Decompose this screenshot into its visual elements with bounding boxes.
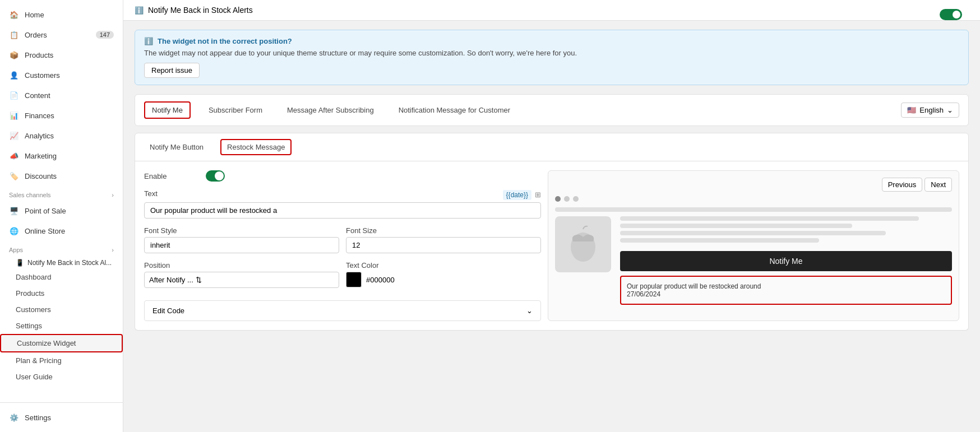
enable-label: Enable: [144, 172, 206, 180]
product-line-4: [620, 238, 819, 243]
analytics-icon: 📈: [9, 131, 19, 141]
page-title: Notify Me Back in Stock Alerts: [148, 6, 253, 15]
sidebar-sub-settings[interactable]: Settings: [0, 318, 123, 334]
copy-icon[interactable]: ⊞: [535, 191, 541, 199]
sales-channels-chevron[interactable]: ›: [112, 192, 114, 198]
app-title[interactable]: 📱 Notify Me Back in Stock Al...: [0, 256, 123, 269]
product-image: [555, 216, 611, 272]
position-select[interactable]: After Notify ... ⇅: [144, 272, 339, 288]
dot-3: [573, 196, 579, 202]
alert-banner-text: The widget may not appear due to your un…: [144, 49, 959, 57]
text-input[interactable]: [144, 202, 541, 219]
sidebar-item-home[interactable]: 🏠 Home: [0, 4, 123, 25]
color-swatch[interactable]: [346, 272, 362, 287]
app-icon: 📱: [16, 259, 24, 267]
sidebar-item-analytics[interactable]: 📈 Analytics: [0, 126, 123, 146]
sidebar-item-pos[interactable]: 🖥️ Point of Sale: [0, 201, 123, 221]
marketing-icon: 📣: [9, 151, 19, 161]
sub-tab-bar: Notify Me Button Restock Message: [135, 133, 969, 161]
font-row: Font Style Font Size: [144, 226, 541, 261]
edit-code-row[interactable]: Edit Code ⌄: [144, 300, 541, 321]
notify-me-preview-button[interactable]: Notify Me: [620, 251, 952, 271]
sidebar-item-products[interactable]: 📦 Products: [0, 45, 123, 65]
preview-panel: Previous Next: [548, 170, 959, 321]
date-variable-tag: {{date}}: [503, 190, 531, 200]
tab-subscriber-form[interactable]: Subscriber Form: [202, 103, 269, 118]
form-panel: Enable Text {{date}} ⊞: [144, 170, 541, 321]
position-group: Position After Notify ... ⇅: [144, 261, 339, 288]
sidebar-sub-plan-pricing[interactable]: Plan & Pricing: [0, 352, 123, 369]
sidebar-sub-customize-widget[interactable]: Customize Widget: [0, 334, 123, 352]
apps-section: Apps ›: [0, 241, 123, 256]
sidebar-item-orders[interactable]: 📋 Orders 147: [0, 25, 123, 45]
tab-message-after[interactable]: Message After Subscribing: [280, 103, 381, 118]
previous-button[interactable]: Previous: [882, 178, 923, 192]
font-style-label: Font Style: [144, 226, 339, 235]
finances-icon: 📊: [9, 110, 19, 120]
top-bar: ℹ️ Notify Me Back in Stock Alerts: [123, 0, 980, 21]
position-color-row: Position After Notify ... ⇅ Text Color #…: [144, 261, 541, 296]
sidebar-sub-products[interactable]: Products: [0, 285, 123, 301]
orders-icon: 📋: [9, 30, 19, 40]
discounts-icon: 🏷️: [9, 171, 19, 181]
preview-nav: Previous Next: [555, 178, 952, 192]
text-color-label: Text Color: [346, 261, 541, 270]
preview-line-1: [555, 207, 952, 212]
font-size-label: Font Size: [346, 226, 541, 235]
sidebar-sub-user-guide[interactable]: User Guide: [0, 369, 123, 385]
customers-icon: 👤: [9, 70, 19, 80]
sidebar-item-marketing[interactable]: 📣 Marketing: [0, 146, 123, 166]
sidebar: 🏠 Home 📋 Orders 147 📦 Products 👤 Custome…: [0, 0, 123, 432]
dot-2: [564, 196, 570, 202]
enable-row: Enable: [144, 170, 541, 182]
tab-notification-message[interactable]: Notification Message for Customer: [392, 103, 517, 118]
pos-icon: 🖥️: [9, 206, 19, 216]
content-icon: 📄: [9, 90, 19, 100]
product-info: Notify Me Our popular product will be re…: [620, 216, 952, 305]
flag-icon: 🇺🇸: [907, 106, 916, 114]
settings-bottom-icon: ⚙️: [9, 412, 19, 422]
sidebar-item-settings-bottom[interactable]: ⚙️ Settings: [0, 407, 123, 428]
alert-info-icon: ℹ️: [144, 37, 153, 45]
two-panel: Enable Text {{date}} ⊞: [135, 161, 969, 331]
language-selector[interactable]: 🇺🇸 English ⌄: [901, 103, 959, 118]
edit-code-label: Edit Code: [152, 306, 184, 315]
product-line-3: [620, 231, 886, 235]
home-icon: 🏠: [9, 10, 19, 20]
alert-banner: ℹ️ The widget not in the correct positio…: [135, 30, 969, 85]
next-button[interactable]: Next: [924, 178, 952, 192]
product-line-2: [620, 224, 852, 228]
product-line-1: [620, 216, 919, 221]
position-chevron: ⇅: [196, 276, 202, 284]
topbar-icon: ℹ️: [135, 6, 144, 15]
font-size-input[interactable]: [346, 237, 541, 253]
text-label: Text: [144, 189, 158, 198]
sidebar-item-online-store[interactable]: 🌐 Online Store: [0, 221, 123, 241]
preview-product: Notify Me Our popular product will be re…: [555, 216, 952, 305]
enable-toggle[interactable]: [206, 170, 225, 182]
tab-notify-me[interactable]: Notify Me: [144, 101, 191, 119]
sub-tab-notify-me-button[interactable]: Notify Me Button: [144, 140, 209, 154]
orders-badge: 147: [96, 31, 114, 39]
edit-code-chevron: ⌄: [526, 306, 533, 315]
preview-dots: [555, 196, 952, 202]
sidebar-sub-dashboard[interactable]: Dashboard: [0, 269, 123, 285]
apps-chevron[interactable]: ›: [112, 247, 114, 253]
font-style-group: Font Style: [144, 226, 339, 253]
alert-banner-title: ℹ️ The widget not in the correct positio…: [144, 37, 959, 45]
sales-channels-section: Sales channels ›: [0, 186, 123, 201]
font-style-input[interactable]: [144, 237, 339, 253]
sidebar-item-customers[interactable]: 👤 Customers: [0, 65, 123, 85]
product-lines: [620, 216, 952, 243]
products-icon: 📦: [9, 50, 19, 60]
report-issue-button[interactable]: Report issue: [144, 63, 200, 78]
sub-content-area: Notify Me Button Restock Message Enable …: [135, 133, 969, 331]
sidebar-item-content[interactable]: 📄 Content: [0, 85, 123, 105]
font-size-group: Font Size: [346, 226, 541, 253]
sub-tab-restock-message[interactable]: Restock Message: [220, 139, 292, 155]
sidebar-item-discounts[interactable]: 🏷️ Discounts: [0, 166, 123, 186]
main-tab-bar: Notify Me Subscriber Form Message After …: [135, 94, 969, 126]
text-color-group: Text Color #000000: [346, 261, 541, 288]
sidebar-sub-customers[interactable]: Customers: [0, 301, 123, 318]
sidebar-item-finances[interactable]: 📊 Finances: [0, 105, 123, 126]
